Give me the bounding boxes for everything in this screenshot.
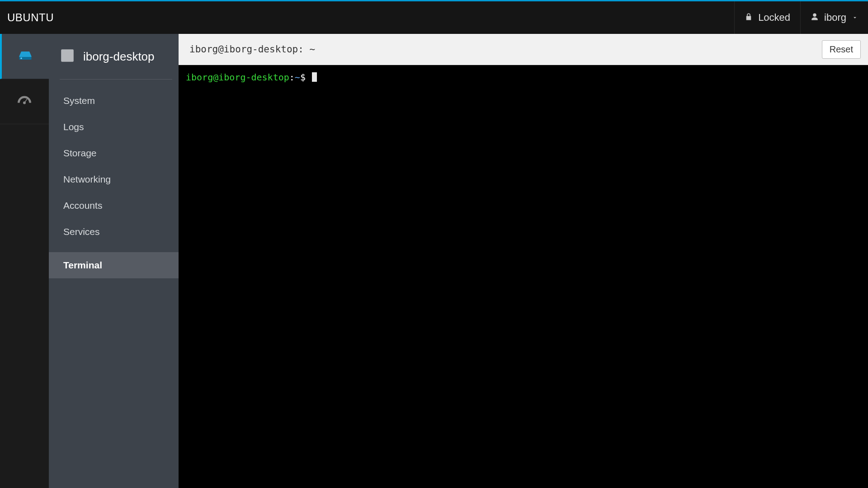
gauge-icon (16, 93, 33, 111)
sidebar-header[interactable]: iborg-desktop (49, 34, 179, 79)
lock-label: Locked (758, 12, 790, 23)
sidebar-item-services[interactable]: Services (49, 219, 179, 245)
user-icon (811, 12, 819, 23)
terminal-output[interactable]: iborg@iborg-desktop:~$ (179, 65, 868, 488)
sidebar-item-logs[interactable]: Logs (49, 114, 179, 140)
icon-rail (0, 34, 49, 488)
prompt-symbol: $ (300, 72, 306, 83)
prompt-sep: : (289, 72, 295, 83)
terminal-toolbar: iborg@iborg-desktop: ~ Reset (179, 34, 868, 65)
sidebar-nav: System Logs Storage Networking Accounts … (49, 84, 179, 278)
sidebar-item-system[interactable]: System (49, 88, 179, 114)
header-right: Locked iborg (734, 1, 868, 34)
lock-icon (745, 12, 753, 23)
rail-item-dashboard[interactable] (0, 79, 49, 124)
sidebar-item-terminal[interactable]: Terminal (49, 252, 179, 278)
svg-rect-3 (24, 99, 27, 103)
chevron-down-icon (852, 12, 858, 23)
rail-item-host[interactable] (0, 34, 49, 79)
lock-status[interactable]: Locked (734, 1, 800, 34)
server-icon (17, 47, 33, 66)
sidebar-divider (60, 79, 172, 80)
user-menu[interactable]: iborg (800, 1, 868, 34)
terminal-title: iborg@iborg-desktop: ~ (189, 44, 315, 55)
brand[interactable]: UBUNTU (7, 11, 54, 24)
prompt-userhost: iborg@iborg-desktop (186, 72, 289, 83)
sidebar-item-networking[interactable]: Networking (49, 166, 179, 192)
main: iborg@iborg-desktop: ~ Reset iborg@iborg… (179, 34, 868, 488)
host-icon (60, 48, 75, 65)
reset-button[interactable]: Reset (822, 40, 861, 59)
prompt-path: ~ (295, 72, 300, 83)
terminal-cursor (312, 72, 317, 82)
hostname: iborg-desktop (83, 50, 155, 64)
sidebar-item-storage[interactable]: Storage (49, 140, 179, 166)
header: UBUNTU Locked iborg (0, 1, 868, 34)
nav-separator (49, 245, 179, 252)
user-name: iborg (824, 12, 846, 23)
sidebar-item-accounts[interactable]: Accounts (49, 192, 179, 219)
sidebar: iborg-desktop System Logs Storage Networ… (49, 34, 179, 488)
svg-rect-1 (21, 57, 22, 59)
body: iborg-desktop System Logs Storage Networ… (0, 34, 868, 488)
